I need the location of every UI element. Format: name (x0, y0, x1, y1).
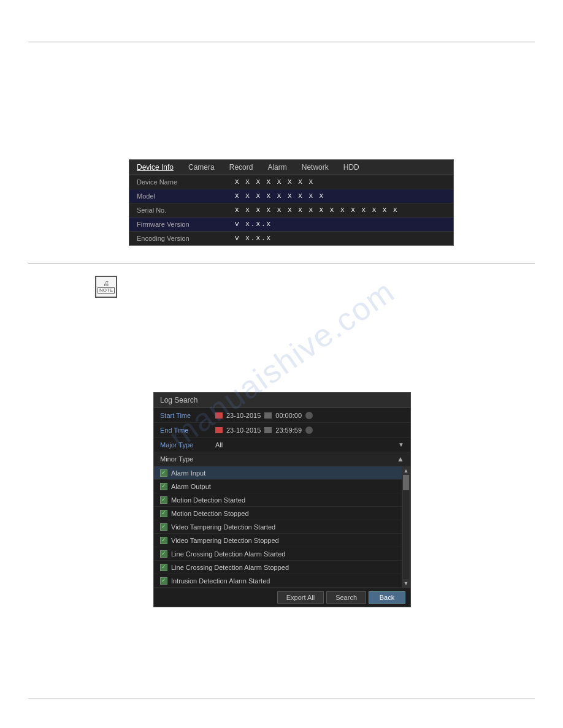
top-divider (28, 42, 535, 42)
major-type-value[interactable]: All ▼ (215, 441, 404, 449)
minor-type-header: Minor Type ▲ (154, 452, 410, 466)
scroll-track (403, 475, 409, 579)
firmware-label: Firmware Version (137, 221, 235, 228)
tab-bar: Device Info Camera Record Alarm Network … (129, 160, 453, 175)
encoding-value: V X.X.X (235, 235, 272, 242)
encoding-row: Encoding Version V X.X.X (129, 232, 453, 245)
tab-device-info[interactable]: Device Info (129, 160, 181, 175)
list-item-intrusion-started[interactable]: ✓ Intrusion Detection Alarm Started (154, 574, 402, 588)
log-btn-bar: Export All Search Back (154, 588, 410, 607)
note-icon: 🖨 NOTE (95, 276, 117, 298)
note-icon-label: NOTE (98, 287, 115, 294)
serial-row: Serial No. X X X X X X X X X X X X X X X… (129, 203, 453, 218)
checkbox-motion-started[interactable]: ✓ (160, 496, 167, 504)
checkbox-video-tamper-stopped[interactable]: ✓ (160, 537, 167, 544)
start-cal-icon[interactable] (215, 412, 223, 419)
end-time-val: 23:59:59 (275, 427, 302, 434)
tab-network[interactable]: Network (294, 160, 336, 175)
model-label: Model (137, 192, 235, 200)
end-date: 23-10-2015 (226, 427, 261, 434)
scroll-thumb[interactable] (403, 475, 409, 490)
note-icon-printer: 🖨 (103, 281, 109, 287)
end-cal-icon[interactable] (215, 427, 223, 433)
alarm-input-label: Alarm Input (171, 469, 205, 477)
major-type-selected: All (215, 441, 223, 449)
scroll-down-arrow[interactable]: ▼ (404, 580, 409, 586)
checkbox-intrusion-started[interactable]: ✓ (160, 577, 167, 585)
start-date: 23-10-2015 (226, 412, 261, 419)
tab-camera[interactable]: Camera (181, 160, 222, 175)
note-area: 🖨 NOTE (95, 276, 117, 298)
export-all-button[interactable]: Export All (277, 591, 324, 604)
checkbox-alarm-input[interactable]: ✓ (160, 469, 167, 477)
line-crossing-stopped-label: Line Crossing Detection Alarm Stopped (171, 564, 289, 571)
start-time-value[interactable]: 23-10-2015 00:00:00 (215, 412, 313, 419)
intrusion-started-label: Intrusion Detection Alarm Started (171, 577, 270, 585)
list-item-motion-started[interactable]: ✓ Motion Detection Started (154, 493, 402, 507)
start-time-btn[interactable] (305, 412, 313, 419)
motion-stopped-label: Motion Detection Stopped (171, 510, 249, 517)
list-item-video-tamper-started[interactable]: ✓ Video Tampering Detection Started (154, 520, 402, 534)
bot-divider (28, 699, 535, 699)
serial-label: Serial No. (137, 207, 235, 214)
log-search-panel: Log Search Start Time 23-10-2015 00:00:0… (153, 392, 411, 607)
search-button[interactable]: Search (326, 591, 366, 604)
list-item-motion-stopped[interactable]: ✓ Motion Detection Stopped (154, 507, 402, 520)
major-type-dropdown-icon[interactable]: ▼ (398, 441, 404, 448)
firmware-row: Firmware Version V X.X.X (129, 218, 453, 232)
log-search-title: Log Search (154, 393, 410, 408)
serial-value: X X X X X X X X X X X X X X X X (235, 207, 399, 214)
tab-record[interactable]: Record (222, 160, 261, 175)
tab-hdd[interactable]: HDD (336, 160, 367, 175)
motion-started-label: Motion Detection Started (171, 496, 245, 504)
video-tamper-started-label: Video Tampering Detection Started (171, 523, 275, 531)
tab-alarm[interactable]: Alarm (260, 160, 294, 175)
list-item-alarm-input[interactable]: ✓ Alarm Input (154, 466, 402, 480)
list-item-line-crossing-started[interactable]: ✓ Line Crossing Detection Alarm Started (154, 547, 402, 561)
list-item-line-crossing-stopped[interactable]: ✓ Line Crossing Detection Alarm Stopped (154, 561, 402, 574)
device-name-row: Device Name X X X X X X X X (129, 175, 453, 189)
end-time-icon[interactable] (264, 427, 272, 433)
list-item-alarm-output[interactable]: ✓ Alarm Output (154, 480, 402, 493)
model-row: Model X X X X X X X X X (129, 189, 453, 203)
major-type-label: Major Type (160, 441, 215, 449)
list-item-video-tamper-stopped[interactable]: ✓ Video Tampering Detection Stopped (154, 534, 402, 547)
device-name-value: X X X X X X X X (235, 178, 314, 186)
device-name-label: Device Name (137, 178, 235, 186)
scrollbar: ▲ ▼ (402, 466, 410, 588)
line-crossing-started-label: Line Crossing Detection Alarm Started (171, 550, 285, 558)
watermark: manuaishive.com (0, 0, 563, 728)
back-button[interactable]: Back (369, 591, 405, 604)
checkbox-video-tamper-started[interactable]: ✓ (160, 523, 167, 531)
start-time-val: 00:00:00 (275, 412, 302, 419)
start-time-label: Start Time (160, 412, 215, 419)
checkbox-motion-stopped[interactable]: ✓ (160, 510, 167, 517)
checkbox-alarm-output[interactable]: ✓ (160, 483, 167, 490)
checkbox-line-crossing-stopped[interactable]: ✓ (160, 564, 167, 571)
model-value: X X X X X X X X X (235, 192, 324, 200)
alarm-output-label: Alarm Output (171, 483, 211, 490)
encoding-label: Encoding Version (137, 235, 235, 242)
end-time-value[interactable]: 23-10-2015 23:59:59 (215, 427, 313, 434)
checkbox-line-crossing-started[interactable]: ✓ (160, 550, 167, 558)
log-list-area: Minor Type ▲ ✓ Alarm Input ✓ Alarm Outpu… (154, 452, 410, 588)
device-info-panel: Device Info Camera Record Alarm Network … (129, 159, 454, 246)
scroll-up-icon[interactable]: ▲ (397, 455, 404, 463)
end-time-btn[interactable] (305, 427, 313, 434)
minor-type-label: Minor Type (160, 455, 193, 463)
start-time-row: Start Time 23-10-2015 00:00:00 (154, 408, 410, 423)
video-tamper-stopped-label: Video Tampering Detection Stopped (171, 537, 279, 544)
mid-divider (28, 264, 535, 264)
scroll-up-arrow[interactable]: ▲ (404, 468, 409, 474)
major-type-row: Major Type All ▼ (154, 438, 410, 452)
end-time-row: End Time 23-10-2015 23:59:59 (154, 423, 410, 438)
firmware-value: V X.X.X (235, 221, 272, 228)
end-time-label: End Time (160, 427, 215, 434)
start-time-icon[interactable] (264, 412, 272, 419)
